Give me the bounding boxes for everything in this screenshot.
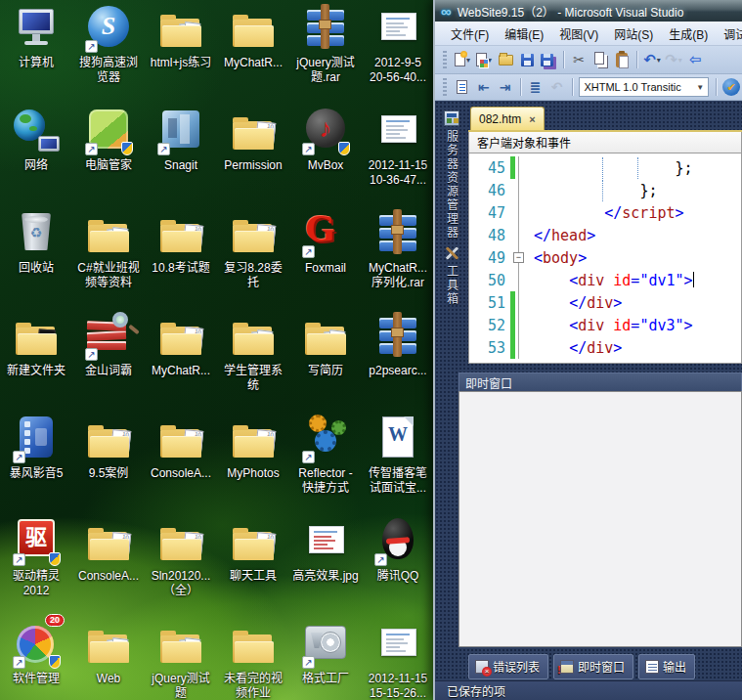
desktop-icon-word-29[interactable]: 传智播客笔试面试宝...: [362, 415, 434, 496]
sidebar-tab-toolbox[interactable]: 工具箱: [439, 245, 464, 306]
desktop-icon-qq-35[interactable]: ↗腾讯QQ: [362, 517, 434, 584]
undo-button[interactable]: ↶▾: [642, 49, 662, 70]
copy-button[interactable]: [590, 49, 610, 70]
menu-item-2[interactable]: 视图(V): [551, 22, 606, 45]
desktop-icon-rar-4[interactable]: jQuery测试题.rar: [289, 4, 362, 85]
desktop-icon-folder-vs-20[interactable]: MyChatR...: [145, 312, 217, 378]
desktop-icon-folder-3[interactable]: MyChatR...: [217, 4, 289, 70]
desktop-icon-thumb-5[interactable]: 2012-9-520-56-40...: [362, 4, 434, 85]
desktop-icon-computer-0[interactable]: 计算机: [0, 4, 72, 70]
desktop-icon-folder-vs-9[interactable]: Permission: [217, 107, 289, 173]
window-title: WebSite9.15（2） - Microsoft Visual Studio: [458, 3, 684, 20]
desktop-icon-snagit-8[interactable]: ↗Snagit: [145, 107, 217, 173]
outlining-margin: [518, 179, 532, 201]
desktop-icon-recycle-12[interactable]: 回收站: [0, 209, 72, 276]
line-number: 45: [469, 159, 510, 177]
add-new-item-button[interactable]: ▾: [474, 49, 494, 70]
desktop-icon-softmgr-36[interactable]: ↗20软件管理: [0, 620, 72, 686]
validate-document-button[interactable]: ✔: [721, 76, 741, 98]
tool-tab-error-list[interactable]: 错误列表: [468, 654, 548, 679]
folder-files-icon: [84, 620, 133, 669]
desktop-icon-folder-files-37[interactable]: Web: [72, 620, 145, 686]
immediate-window-panel: 即时窗口: [458, 372, 742, 647]
close-icon[interactable]: ×: [529, 113, 535, 125]
desktop-icon-guanjia-7[interactable]: ↗电脑管家: [72, 107, 145, 173]
outlining-margin: [518, 156, 532, 179]
tool-tab-output[interactable]: 输出: [638, 654, 695, 679]
document-tab-082htm[interactable]: 082.htm ×: [470, 107, 545, 130]
decrease-indent-button[interactable]: ⇤: [474, 76, 494, 98]
sidebar-tab-label: 工具箱: [444, 265, 460, 306]
window-titlebar[interactable]: ∞ WebSite9.15（2） - Microsoft Visual Stud…: [435, 0, 742, 22]
client-objects-events-dropdown[interactable]: 客户端对象和事件: [468, 132, 742, 153]
desktop-icon-mvbox-10[interactable]: ↗MvBox: [289, 107, 362, 173]
display-list-button[interactable]: ≣: [526, 76, 546, 98]
menu-item-5[interactable]: 调试(D): [716, 22, 742, 45]
desktop-icon-folder-files-22[interactable]: 写简历: [289, 312, 362, 378]
desktop-icon-rar-17[interactable]: MyChatR...序列化.rar: [362, 209, 434, 290]
indent-guide: [602, 180, 603, 201]
immediate-window-titlebar[interactable]: 即时窗口: [458, 372, 742, 391]
change-tracking-bar: [510, 291, 515, 314]
desktop-icon-rar-23[interactable]: p2psearc...: [362, 312, 434, 378]
tool-tab-immediate-window[interactable]: 即时窗口: [553, 654, 633, 679]
desktop-icon-folder-vs-15[interactable]: 复习8.28委托: [217, 209, 289, 290]
target-schema-value: XHTML 1.0 Transitic: [584, 81, 680, 93]
shield-icon: [49, 655, 61, 669]
desktop-icon-folder-video-39[interactable]: 未看完的视频作业: [217, 620, 289, 700]
collapse-minus-icon[interactable]: −: [513, 252, 524, 263]
desktop-icon-folder-files-21[interactable]: 学生管理系统: [217, 312, 289, 393]
desktop-icon-folder-vs-25[interactable]: 9.5案例: [72, 415, 145, 481]
desktop-icon-label: 写简历: [289, 364, 362, 378]
desktop-icon-folder-vs-26[interactable]: ConsoleA...: [145, 415, 217, 481]
menu-item-3[interactable]: 网站(S): [606, 22, 661, 45]
desktop-icon-gears-28[interactable]: ↗Reflector -快捷方式: [289, 415, 362, 496]
redo-button[interactable]: ↷▾: [664, 49, 683, 70]
menu-item-4[interactable]: 生成(B): [661, 22, 716, 45]
desktop-icon-sogou-1[interactable]: ↗搜狗高速浏览器: [72, 4, 145, 85]
sidebar-tab-server-explorer[interactable]: 服务器资源管理器: [439, 110, 464, 240]
desktop-icon-folder-files-2[interactable]: html+js练习: [145, 4, 217, 70]
desktop-icon-qudong-30[interactable]: ↗驱动精灵2012: [0, 517, 72, 598]
tool-tab-label: 输出: [663, 658, 686, 675]
desktop-icon-player-24[interactable]: ↗暴风影音5: [0, 415, 72, 481]
desktop-icon-folder-files-13[interactable]: C#就业班视频等资料: [72, 209, 145, 290]
save-button[interactable]: [517, 49, 537, 70]
menu-item-0[interactable]: 文件(F): [443, 22, 497, 45]
menu-item-1[interactable]: 编辑(E): [497, 22, 551, 45]
qudong-icon: ↗: [12, 517, 61, 566]
view-code-button[interactable]: [453, 76, 472, 98]
code-editor[interactable]: 45 };46 };47 </script>48</head>49−<body>…: [468, 153, 742, 364]
desktop-icon-newfolder-18[interactable]: 新建文件夹: [0, 312, 72, 378]
format-disabled-button[interactable]: ↶: [547, 76, 567, 98]
thumb-icon: [373, 107, 422, 155]
cut-button[interactable]: ✂: [569, 49, 589, 70]
desktop-icon-folder-files-38[interactable]: jQuery测试题: [145, 620, 217, 700]
open-file-button[interactable]: [496, 49, 515, 70]
desktop-icon-globe-6[interactable]: 网络: [0, 107, 72, 173]
toolbar-grip: [443, 51, 447, 68]
outlining-margin[interactable]: −: [518, 246, 532, 269]
increase-indent-button[interactable]: ⇥: [496, 76, 515, 98]
desktop-icon-thumb-11[interactable]: 2012-11-1510-36-47...: [362, 107, 434, 188]
outlining-margin: [518, 291, 532, 314]
desktop-icon-folder-vs-32[interactable]: Sln20120...（全）: [145, 517, 217, 598]
navigate-backward-button[interactable]: ⇦: [685, 49, 705, 70]
save-all-button[interactable]: [539, 49, 558, 70]
desktop-icon-folder-vs-14[interactable]: 10.8考试题: [145, 209, 217, 276]
desktop-icon-folder-vs-33[interactable]: 聊天工具: [217, 517, 289, 584]
document-tab-label: 082.htm: [479, 112, 521, 126]
paste-button[interactable]: [612, 49, 632, 70]
desktop-icon-format-40[interactable]: ↗格式工厂: [289, 620, 362, 686]
desktop-icon-iciba-19[interactable]: ↗金山词霸: [72, 312, 145, 378]
folder-video-icon: [229, 620, 278, 669]
desktop-icon-thumb-red-34[interactable]: 高亮效果.jpg: [289, 517, 362, 584]
target-schema-combobox[interactable]: XHTML 1.0 Transitic▼: [579, 77, 709, 97]
count-badge: 20: [45, 614, 65, 627]
desktop-icon-thumb-41[interactable]: 2012-11-1515-15-26...: [362, 620, 434, 700]
immediate-window-content[interactable]: [458, 391, 742, 647]
desktop-icon-folder-vs-31[interactable]: ConsoleA...: [72, 517, 145, 584]
desktop-icon-folder-vs-27[interactable]: MyPhotos: [217, 415, 289, 481]
desktop-icon-foxmail-16[interactable]: ↗Foxmail: [289, 209, 362, 276]
new-item-button[interactable]: ▾: [453, 49, 472, 70]
